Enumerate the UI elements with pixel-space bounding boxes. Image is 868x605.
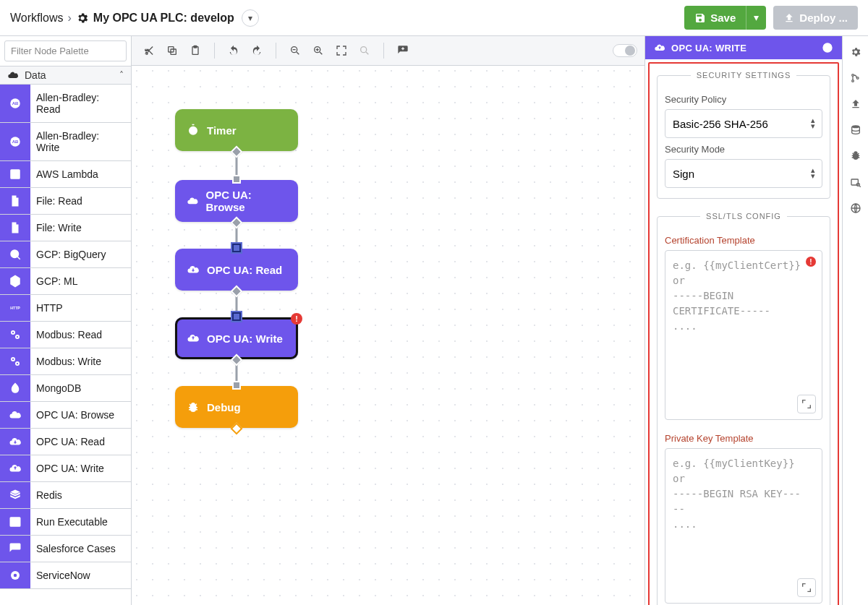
palette-filter-input[interactable] <box>4 40 127 61</box>
palette-item-label: Redis <box>30 482 131 508</box>
node-debug[interactable]: Debug <box>175 386 298 428</box>
output-port[interactable] <box>231 146 243 158</box>
palette-item[interactable]: MongoDB <box>0 375 131 402</box>
node-label: Debug <box>207 401 241 413</box>
output-port[interactable] <box>231 423 243 435</box>
svg-point-28 <box>851 80 854 82</box>
output-port[interactable] <box>231 286 243 298</box>
palette-item-label: Run Executable <box>30 509 131 535</box>
palette-item[interactable]: OPC UA: Read <box>0 429 131 455</box>
node-label: OPC UA: Write <box>207 332 283 345</box>
svg-point-14 <box>17 363 18 364</box>
properties-panel: OPC UA: WRITE SECURITY SETTINGS Security… <box>645 36 842 605</box>
inspect-rail-button[interactable] <box>846 172 866 192</box>
sn-icon <box>0 562 30 588</box>
palette-item[interactable]: AWS Lambda <box>0 161 131 188</box>
svg-rect-21 <box>194 46 197 48</box>
node-opc-ua-browse[interactable]: OPC UA: Browse <box>175 180 298 222</box>
zoom-out-button[interactable] <box>285 40 305 61</box>
undo-button[interactable] <box>224 40 244 61</box>
canvas-section: Agent v1.8.0 ⓘ TimerOPC UA: BrowseOPC UA… <box>132 36 645 605</box>
ab-icon: AB <box>0 123 30 160</box>
ab-icon: AB <box>0 85 30 122</box>
svg-point-5 <box>11 250 19 258</box>
copy-button[interactable] <box>162 40 182 61</box>
version-rail-button[interactable] <box>846 68 866 88</box>
ssl-tls-legend: SSL/TLS CONFIG <box>700 212 787 220</box>
palette-item[interactable]: Run Executable <box>0 509 131 536</box>
input-port[interactable] <box>232 381 241 390</box>
svg-rect-15 <box>10 518 20 526</box>
palette-item[interactable]: File: Read <box>0 188 131 215</box>
leaf-icon <box>0 375 30 401</box>
paste-button[interactable] <box>185 40 205 61</box>
settings-rail-button[interactable] <box>846 42 866 62</box>
version-dropdown[interactable]: ▾ <box>242 9 259 27</box>
security-policy-select[interactable]: Basic-256 SHA-256 <box>665 109 822 138</box>
node-timer[interactable]: Timer <box>175 109 298 151</box>
expand-button[interactable] <box>797 395 816 413</box>
palette-category-label: Data <box>25 69 46 81</box>
save-button-group: Save ▾ <box>684 6 766 30</box>
chevron-up-icon: ˄ <box>119 70 124 80</box>
svg-point-9 <box>12 332 14 333</box>
input-port[interactable] <box>232 175 241 184</box>
svg-point-17 <box>14 574 17 578</box>
add-comment-button[interactable] <box>393 40 413 61</box>
palette-item-label: MongoDB <box>30 375 131 401</box>
palette-item[interactable]: ServiceNow <box>0 562 131 589</box>
right-rail <box>842 36 868 605</box>
breadcrumb-root[interactable]: Workflows <box>10 12 64 25</box>
palette-item[interactable]: Redis <box>0 482 131 509</box>
cloud-down-icon <box>187 263 200 276</box>
expand-button[interactable] <box>797 578 816 597</box>
security-mode-label: Security Mode <box>665 144 822 155</box>
palette-item[interactable]: ABAllen-Bradley: Read <box>0 85 131 123</box>
palette-item[interactable]: HTTPHTTP <box>0 295 131 322</box>
cut-button[interactable] <box>139 40 159 61</box>
help-icon[interactable] <box>822 42 833 53</box>
save-dropdown-button[interactable]: ▾ <box>746 6 766 30</box>
cert-template-wrapper: ! <box>665 250 822 420</box>
cert-template-input[interactable] <box>665 251 822 417</box>
security-mode-select[interactable]: Sign <box>665 159 822 188</box>
redo-button[interactable] <box>247 40 267 61</box>
node-opc-ua-write[interactable]: OPC UA: Write! <box>175 317 298 359</box>
cloud-icon <box>0 402 30 428</box>
preview-toggle[interactable] <box>613 44 637 57</box>
palette-item[interactable]: Salesforce Cases <box>0 536 131 562</box>
globe-rail-button[interactable] <box>846 198 866 218</box>
node-opc-ua-read[interactable]: OPC UA: Read <box>175 249 298 291</box>
palette-item[interactable]: Modbus: Write <box>0 348 131 375</box>
palette-item[interactable]: Modbus: Read <box>0 322 131 348</box>
zoom-fit-button[interactable] <box>331 40 352 61</box>
workflow-canvas[interactable]: Agent v1.8.0 ⓘ TimerOPC UA: BrowseOPC UA… <box>132 66 644 605</box>
debug-rail-button[interactable] <box>846 146 866 166</box>
palette-item-label: File: Write <box>30 215 131 241</box>
palette-item[interactable]: OPC UA: Write <box>0 455 131 482</box>
key-template-wrapper <box>665 448 822 604</box>
upload-icon <box>783 12 795 24</box>
save-button[interactable]: Save <box>684 6 746 30</box>
input-port[interactable] <box>232 244 241 252</box>
palette-item[interactable]: GCP: BigQuery <box>0 241 131 268</box>
svg-point-13 <box>12 359 14 360</box>
palette-item[interactable]: File: Write <box>0 215 131 241</box>
security-settings-legend: SECURITY SETTINGS <box>691 71 796 80</box>
input-port[interactable] <box>232 312 241 321</box>
palette-category-data[interactable]: Data ˄ <box>0 66 131 85</box>
palette-item-label: Modbus: Write <box>30 348 131 374</box>
palette-item[interactable]: ABAllen-Bradley: Write <box>0 123 131 161</box>
palette-item[interactable]: OPC UA: Browse <box>0 402 131 429</box>
output-port[interactable] <box>231 217 243 229</box>
storage-rail-button[interactable] <box>846 120 866 140</box>
stack-icon <box>0 482 30 508</box>
zoom-in-button[interactable] <box>308 40 328 61</box>
palette-item-label: File: Read <box>30 188 131 214</box>
page-title: My OPC UA PLC: develop <box>76 12 234 25</box>
palette-item[interactable]: GCP: ML <box>0 268 131 295</box>
zoom-reset-button[interactable] <box>354 40 375 61</box>
output-port[interactable] <box>231 354 243 366</box>
upload-rail-button[interactable] <box>846 94 866 114</box>
key-template-label: Private Key Template <box>665 433 822 444</box>
